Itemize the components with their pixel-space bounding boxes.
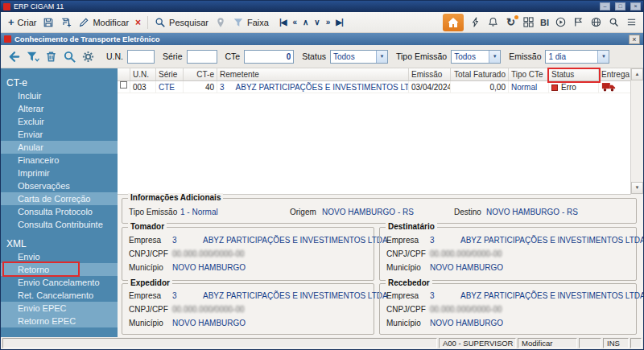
statusbar-user: A00 - SUPERVISOR xyxy=(439,338,516,348)
status-bar: A00 - SUPERVISOR Modificar INS xyxy=(1,337,643,349)
criar-button[interactable]: + Criar xyxy=(5,15,39,30)
sidebar-item-financeiro[interactable]: Financeiro xyxy=(1,154,118,167)
save-plus-icon xyxy=(60,17,72,28)
cte-input[interactable] xyxy=(244,50,294,64)
nav-prev-button[interactable]: « xyxy=(290,16,299,28)
toolbar-separator xyxy=(147,16,148,29)
bi-button[interactable]: BI xyxy=(540,18,549,27)
globe-icon[interactable] xyxy=(590,16,602,29)
pesquisar-button[interactable]: Pesquisar xyxy=(151,14,212,31)
vertical-scrollbar[interactable]: ▲ ▼ xyxy=(630,68,643,195)
empresa-nome-value: ABYZ PARTICIPAÇÕES E INVESTIMENTOS LTDA xyxy=(203,291,388,300)
tipo-emissao-select[interactable]: Todos ▼ xyxy=(451,50,501,64)
chevron-down-icon: ▼ xyxy=(489,51,500,63)
close-button[interactable]: × xyxy=(630,2,641,10)
cte-label: CTe xyxy=(225,51,241,61)
records-grid: U.N. Série CT-e Remetente Emissão Total … xyxy=(118,68,643,195)
column-header-cte[interactable]: CT-e xyxy=(184,68,217,80)
nav-last-button[interactable]: ▶| xyxy=(333,16,345,28)
empresa-codigo-value[interactable]: 3 xyxy=(430,291,435,300)
scroll-up-icon[interactable]: ▲ xyxy=(631,68,643,80)
column-header-tipo-cte[interactable]: Tipo CTe xyxy=(509,68,549,80)
column-header-un[interactable]: U.N. xyxy=(130,68,156,80)
column-header-status[interactable]: Status xyxy=(549,68,599,80)
menu-icon[interactable] xyxy=(625,16,638,29)
empresa-codigo-value[interactable]: 3 xyxy=(172,236,177,245)
serie-label: Série xyxy=(163,51,183,61)
faixa-button[interactable]: Faixa xyxy=(229,14,272,31)
scroll-down-icon[interactable]: ▼ xyxy=(631,182,643,194)
sidebar-item-imprimir[interactable]: Imprimir xyxy=(1,167,118,179)
tipo-emissao-label: Tipo Emissão xyxy=(396,51,447,61)
emissao-select[interactable]: 1 dia ▼ xyxy=(545,50,609,64)
empresa-codigo-value[interactable]: 3 xyxy=(172,291,177,300)
window-close-button[interactable]: × xyxy=(629,35,640,44)
bell-icon[interactable] xyxy=(487,16,499,29)
localizacao-button[interactable] xyxy=(212,14,229,31)
trash-icon[interactable] xyxy=(43,48,59,64)
column-header-remetente[interactable]: Remetente xyxy=(217,68,409,80)
salvar-e-criar-button[interactable] xyxy=(57,14,75,31)
record-navigation: |◀ « ∧ ∨ » ▶| xyxy=(277,16,345,28)
minimize-button[interactable]: – xyxy=(600,2,610,10)
serie-input[interactable] xyxy=(187,50,217,64)
sidebar-section-xml: XML xyxy=(1,237,118,250)
municipio-value: NOVO HAMBURGO xyxy=(430,319,503,327)
un-label: U.N. xyxy=(106,51,123,61)
sidebar-item-envio-cancelamento[interactable]: Envio Cancelamento xyxy=(1,276,118,289)
sync-glyph: ↻ xyxy=(506,17,515,27)
municipio-value: NOVO HAMBURGO xyxy=(172,319,246,327)
cnpj-value-obscured: 00.000.000/0000-00 xyxy=(430,305,502,314)
column-header-total-faturado[interactable]: Total Faturado xyxy=(451,68,509,80)
sidebar-item-anular[interactable]: Anular xyxy=(1,141,118,154)
sidebar-item-carta-de-correcao[interactable]: Carta de Correção xyxy=(1,192,118,205)
gear-icon[interactable] xyxy=(80,48,96,64)
column-header-emissao[interactable]: Emissão xyxy=(409,68,451,80)
table-row[interactable]: 003 CTE 40 3 ABYZ PARTICIPAÇÕES E INVEST… xyxy=(118,81,643,93)
column-header-entrega[interactable]: Entrega xyxy=(599,68,630,80)
play-circle-icon[interactable] xyxy=(555,16,567,29)
salvar-button[interactable] xyxy=(39,14,57,31)
sidebar-item-consulta-protocolo[interactable]: Consulta Protocolo xyxy=(1,205,118,218)
empresa-label: Empresa xyxy=(386,236,419,245)
sync-icon[interactable]: ↻ xyxy=(505,16,517,29)
sidebar-item-enviar[interactable]: Enviar xyxy=(1,128,118,141)
sidebar-item-envio-epec[interactable]: Envio EPEC xyxy=(1,302,118,315)
nav-next-button[interactable]: » xyxy=(324,16,332,28)
home-button[interactable] xyxy=(443,14,464,31)
row-checkbox[interactable] xyxy=(120,81,127,89)
sidebar-item-retorno-epec[interactable]: Retorno EPEC xyxy=(1,315,118,327)
modificar-button[interactable]: Modificar xyxy=(75,14,132,31)
back-arrow-icon[interactable] xyxy=(6,48,22,64)
column-header-checkbox xyxy=(118,68,130,80)
sidebar-item-envio[interactable]: Envio xyxy=(1,250,118,263)
status-select-value: Todos xyxy=(331,52,376,61)
lightning-icon[interactable] xyxy=(469,16,481,29)
sidebar-item-ret-cancelamento[interactable]: Ret. Cancelamento xyxy=(1,289,118,302)
sidebar-item-retorno[interactable]: Retorno xyxy=(1,263,118,276)
info-origem-value: NOVO HAMBURGO - RS xyxy=(322,208,414,216)
sidebar-item-incluir[interactable]: Incluir xyxy=(1,89,118,102)
empresa-codigo-value[interactable]: 3 xyxy=(430,236,435,245)
maximize-button[interactable]: □ xyxy=(615,2,625,10)
sidebar: CT-e Incluir Alterar Excluir Enviar Anul… xyxy=(1,68,118,337)
excluir-button[interactable]: × xyxy=(132,15,144,30)
chevron-down-icon: ▼ xyxy=(376,51,387,63)
nav-down-button[interactable]: ∨ xyxy=(312,16,321,28)
search-filter-icon[interactable] xyxy=(61,48,77,64)
filter-funnel-icon[interactable] xyxy=(24,48,40,64)
sidebar-item-observacoes[interactable]: Observações xyxy=(1,179,118,192)
sidebar-item-consulta-contribuinte[interactable]: Consulta Contribuinte xyxy=(1,218,118,231)
nav-up-button[interactable]: ∧ xyxy=(300,16,310,28)
toolbar-right-group: ↻ BI xyxy=(443,14,639,31)
un-input[interactable] xyxy=(127,50,155,64)
status-select[interactable]: Todos ▼ xyxy=(330,50,388,64)
notification-dot xyxy=(514,15,518,19)
apps-grid-icon[interactable] xyxy=(522,16,535,29)
flag-icon[interactable] xyxy=(572,16,584,29)
column-header-serie[interactable]: Série xyxy=(156,68,184,80)
sidebar-item-excluir[interactable]: Excluir xyxy=(1,115,118,128)
search-toolbar-icon[interactable] xyxy=(608,16,620,29)
sidebar-item-alterar[interactable]: Alterar xyxy=(1,102,118,115)
nav-first-button[interactable]: |◀ xyxy=(277,16,289,28)
